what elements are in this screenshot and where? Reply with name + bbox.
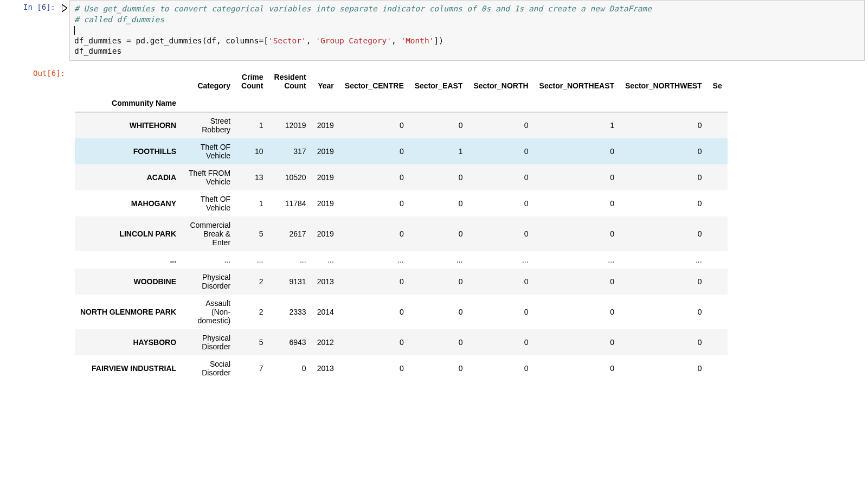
table-row: LINCOLN PARKCommercial Break & Enter5261… bbox=[75, 216, 728, 251]
cell bbox=[708, 112, 728, 138]
row-index: FOOTHILLS bbox=[75, 138, 182, 164]
cell: ... bbox=[236, 251, 268, 269]
cell: 2013 bbox=[312, 269, 339, 295]
cell: 0 bbox=[620, 190, 708, 216]
cell: 10 bbox=[236, 138, 268, 164]
cell: 5 bbox=[236, 329, 268, 355]
code-input[interactable]: # Use get_dummies to convert categorical… bbox=[69, 0, 865, 61]
cell: 0 bbox=[468, 269, 533, 295]
cell: 0 bbox=[339, 295, 409, 329]
cell: 0 bbox=[409, 355, 468, 381]
cell: 0 bbox=[468, 190, 533, 216]
table-header: Category CrimeCount ResidentCount Year S… bbox=[75, 68, 728, 112]
cell: 0 bbox=[339, 190, 409, 216]
table-row: WOODBINEPhysical Disorder29131201300000 bbox=[75, 269, 728, 295]
cell: 0 bbox=[339, 216, 409, 251]
run-cell-icon[interactable] bbox=[62, 4, 69, 13]
row-index: HAYSBORO bbox=[75, 329, 182, 355]
col-header: Se bbox=[708, 68, 728, 94]
cell: 2014 bbox=[312, 295, 339, 329]
cell: 0 bbox=[269, 355, 312, 381]
col-header: Sector_NORTHWEST bbox=[620, 68, 708, 94]
cell: 0 bbox=[468, 216, 533, 251]
cell: 0 bbox=[409, 269, 468, 295]
input-prompt-area: In [6]: bbox=[0, 0, 69, 16]
cell: ... bbox=[620, 251, 708, 269]
cell: Street Robbery bbox=[182, 112, 236, 138]
cell bbox=[708, 269, 728, 295]
cell: 0 bbox=[620, 112, 708, 138]
cell: 0 bbox=[620, 164, 708, 190]
table-row: FOOTHILLSTheft OF Vehicle10317201901000 bbox=[75, 138, 728, 164]
cell: 2333 bbox=[269, 295, 312, 329]
cell: 0 bbox=[409, 112, 468, 138]
cell: 0 bbox=[620, 269, 708, 295]
row-index: NORTH GLENMORE PARK bbox=[75, 295, 182, 329]
cell: 2013 bbox=[312, 355, 339, 381]
cell: 0 bbox=[339, 355, 409, 381]
output-area: Category CrimeCount ResidentCount Year S… bbox=[69, 66, 868, 381]
cell: 0 bbox=[534, 190, 620, 216]
cell: 2617 bbox=[269, 216, 312, 251]
cell: 9131 bbox=[269, 269, 312, 295]
cell: 0 bbox=[620, 138, 708, 164]
cell: 10520 bbox=[269, 164, 312, 190]
col-header: Year bbox=[312, 68, 339, 94]
table-row: FAIRVIEW INDUSTRIALSocial Disorder702013… bbox=[75, 355, 728, 381]
cell: Social Disorder bbox=[182, 355, 236, 381]
cell: 2019 bbox=[312, 138, 339, 164]
cell: ... bbox=[534, 251, 620, 269]
cell: 317 bbox=[269, 138, 312, 164]
cell: 0 bbox=[468, 138, 533, 164]
cell: 0 bbox=[339, 329, 409, 355]
cell: Theft OF Vehicle bbox=[182, 190, 236, 216]
cell: ... bbox=[312, 251, 339, 269]
cell: 12019 bbox=[269, 112, 312, 138]
cell: Physical Disorder bbox=[182, 329, 236, 355]
cell bbox=[708, 295, 728, 329]
col-header: ResidentCount bbox=[269, 68, 312, 94]
cell: 0 bbox=[620, 329, 708, 355]
cell: 0 bbox=[409, 329, 468, 355]
cell: 0 bbox=[409, 190, 468, 216]
cell: 0 bbox=[409, 164, 468, 190]
cell: 6943 bbox=[269, 329, 312, 355]
cell: 0 bbox=[534, 355, 620, 381]
cell: 1 bbox=[236, 190, 268, 216]
cell bbox=[708, 190, 728, 216]
cell: 2019 bbox=[312, 216, 339, 251]
input-prompt: In [6]: bbox=[23, 3, 60, 11]
cell bbox=[708, 164, 728, 190]
cell: Physical Disorder bbox=[182, 269, 236, 295]
cell: 7 bbox=[236, 355, 268, 381]
cell: 2 bbox=[236, 269, 268, 295]
cell: 0 bbox=[468, 295, 533, 329]
cell: ... bbox=[409, 251, 468, 269]
cell bbox=[708, 251, 728, 269]
cell: 0 bbox=[534, 216, 620, 251]
table-row: ACADIATheft FROM Vehicle1310520201900000 bbox=[75, 164, 728, 190]
col-header: CrimeCount bbox=[236, 68, 268, 94]
cell: 0 bbox=[534, 138, 620, 164]
col-header: Sector_EAST bbox=[409, 68, 468, 94]
cell: 1 bbox=[534, 112, 620, 138]
row-index: WOODBINE bbox=[75, 269, 182, 295]
row-index: FAIRVIEW INDUSTRIAL bbox=[75, 355, 182, 381]
cell: 13 bbox=[236, 164, 268, 190]
cell: 2019 bbox=[312, 190, 339, 216]
table-row: WHITEHORNStreet Robbery112019201900010 bbox=[75, 112, 728, 138]
text-cursor bbox=[74, 26, 75, 35]
col-header: Sector_CENTRE bbox=[339, 68, 409, 94]
cell: Commercial Break & Enter bbox=[182, 216, 236, 251]
cell: 0 bbox=[468, 329, 533, 355]
cell: 0 bbox=[409, 295, 468, 329]
cell: ... bbox=[182, 251, 236, 269]
cell: 0 bbox=[534, 269, 620, 295]
index-name: Community Name bbox=[75, 94, 182, 112]
cell: 0 bbox=[339, 164, 409, 190]
output-prompt: Out[6]: bbox=[33, 69, 69, 78]
cell: 0 bbox=[468, 164, 533, 190]
cell: 0 bbox=[468, 355, 533, 381]
col-header: Category bbox=[182, 68, 236, 94]
cell: Theft OF Vehicle bbox=[182, 138, 236, 164]
